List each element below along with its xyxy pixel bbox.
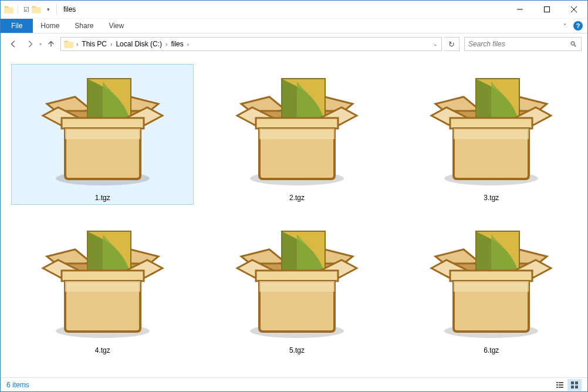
recent-locations-button[interactable]: ▾ [39, 42, 42, 47]
archive-icon [26, 219, 179, 343]
titlebar-divider [56, 4, 57, 15]
file-list-pane[interactable]: 1.tgz2.tgz3.tgz4.tgz5.tgz6.tgz [1, 55, 587, 377]
minimize-button[interactable] [506, 1, 533, 18]
file-item[interactable]: 1.tgz [11, 64, 194, 205]
collapse-ribbon-button[interactable]: ˅ [559, 19, 571, 33]
breadcrumb-arrow-icon[interactable]: › [109, 41, 114, 48]
titlebar: ☑ ▾ files [1, 1, 587, 19]
file-item[interactable]: 5.tgz [205, 217, 388, 357]
file-name-label: 5.tgz [289, 346, 305, 354]
address-bar-row: ▾ › This PC › Local Disk (C:) › files › … [1, 33, 587, 55]
svg-rect-11 [571, 381, 574, 384]
file-item[interactable]: 6.tgz [400, 217, 583, 357]
svg-rect-8 [559, 384, 563, 386]
new-folder-icon[interactable] [32, 5, 41, 14]
location-folder-icon [64, 39, 73, 49]
refresh-button[interactable]: ↻ [444, 37, 459, 51]
file-name-label: 1.tgz [95, 194, 110, 202]
file-item[interactable]: 2.tgz [205, 64, 388, 205]
svg-rect-10 [559, 387, 563, 388]
help-button[interactable]: ? [573, 21, 583, 31]
svg-rect-7 [556, 384, 558, 386]
qat-customize-button[interactable]: ▾ [45, 5, 52, 13]
file-item[interactable]: 4.tgz [11, 217, 194, 357]
search-icon[interactable]: 🔍︎ [570, 40, 577, 49]
file-item[interactable]: 3.tgz [400, 64, 583, 205]
breadcrumb-root-arrow[interactable]: › [75, 41, 80, 48]
qat-divider [18, 5, 18, 14]
status-item-count: 6 items [6, 381, 29, 389]
large-icons-view-button[interactable] [567, 379, 582, 391]
address-box[interactable]: › This PC › Local Disk (C:) › files › ⌄ [60, 37, 442, 51]
quick-access-toolbar: ☑ ▾ [1, 5, 52, 14]
archive-icon [26, 67, 179, 190]
window-controls [506, 1, 587, 18]
search-box[interactable]: 🔍︎ [464, 37, 582, 51]
breadcrumb-arrow-icon[interactable]: › [164, 41, 169, 48]
breadcrumb-this-pc[interactable]: This PC [80, 40, 109, 48]
breadcrumb-files[interactable]: files [169, 40, 185, 48]
tab-file[interactable]: File [1, 19, 33, 33]
view-mode-buttons [553, 379, 582, 391]
svg-rect-6 [559, 382, 563, 383]
svg-rect-12 [575, 381, 578, 384]
ribbon-tabs: File Home Share View ˅ ? [1, 19, 587, 33]
svg-rect-9 [556, 387, 558, 388]
svg-rect-5 [556, 382, 558, 383]
svg-rect-13 [571, 386, 574, 388]
file-name-label: 2.tgz [289, 194, 305, 202]
archive-icon [221, 219, 373, 343]
details-view-button[interactable] [553, 379, 567, 391]
file-name-label: 3.tgz [484, 194, 499, 202]
breadcrumb-arrow-icon[interactable]: › [185, 41, 191, 48]
maximize-button[interactable] [533, 1, 560, 18]
back-button[interactable] [6, 37, 21, 51]
tab-view[interactable]: View [101, 19, 131, 33]
breadcrumb: › This PC › Local Disk (C:) › files › [75, 40, 191, 48]
address-history-button[interactable]: ⌄ [430, 41, 441, 47]
archive-icon [415, 67, 567, 190]
tab-home[interactable]: Home [33, 19, 67, 33]
search-input[interactable] [468, 40, 570, 48]
status-bar: 6 items [1, 377, 587, 391]
archive-icon [415, 219, 567, 343]
breadcrumb-local-disk[interactable]: Local Disk (C:) [114, 40, 164, 48]
close-button[interactable] [560, 1, 587, 18]
svg-rect-14 [575, 386, 578, 388]
app-folder-icon [4, 5, 13, 14]
file-name-label: 4.tgz [95, 346, 110, 354]
properties-icon[interactable]: ☑ [22, 5, 31, 13]
window-title: files [63, 5, 76, 13]
up-button[interactable] [44, 37, 58, 51]
svg-rect-2 [545, 7, 550, 12]
forward-button[interactable] [23, 37, 37, 51]
archive-icon [221, 67, 373, 190]
tab-share[interactable]: Share [67, 19, 101, 33]
file-name-label: 6.tgz [484, 346, 499, 354]
